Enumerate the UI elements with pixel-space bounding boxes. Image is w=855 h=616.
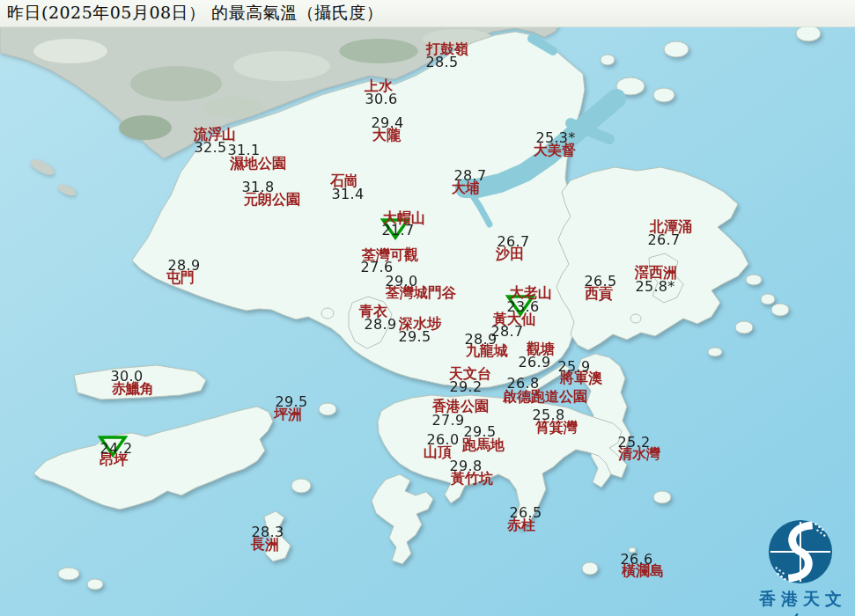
station-value-hong-kong-park: 27.9 [432, 414, 465, 428]
page-title: 昨日(2025年05月08日） 的最高氣溫（攝氏度） [7, 2, 383, 25]
station-value-peng-chau: 29.5 [276, 395, 308, 409]
station-value-sham-shui-po: 29.5 [399, 330, 431, 344]
station-value-kai-tak-runway-park: 26.8 [507, 377, 540, 391]
station-value-ngong-ping: 24.2 [100, 442, 133, 456]
station-value-tuen-mun: 28.9 [168, 259, 201, 273]
station-name-wetland-park: 濕地公園 [230, 157, 286, 171]
station-value-chek-lap-kok: 30.0 [111, 370, 144, 384]
station-value-yuen-long-park: 31.8 [242, 180, 275, 194]
station-value-clear-water-bay: 25.2 [618, 436, 651, 450]
title-bar: 昨日(2025年05月08日） 的最高氣溫（攝氏度） [0, 0, 855, 27]
station-value-the-observatory: 29.2 [450, 380, 483, 394]
station-value-stanley: 26.5 [510, 506, 542, 520]
hko-logo-name-zh: 香港天文台 [745, 588, 855, 616]
station-value-shau-kei-wan: 25.8 [533, 408, 565, 422]
station-value-tsing-yi: 28.9 [365, 318, 397, 332]
station-value-kowloon-city: 28.9 [465, 333, 498, 347]
station-value-tai-mei-tuk: 25.3* [535, 131, 575, 145]
station-value-shek-kong: 31.4 [332, 187, 365, 202]
station-value-happy-valley: 29.5 [464, 425, 497, 439]
station-value-pak-tam-chung: 26.7 [648, 233, 681, 247]
hko-max-temperature-map: 昨日(2025年05月08日） 的最高氣溫（攝氏度） [0, 0, 855, 616]
station-value-wetland-park: 31.1 [228, 143, 261, 158]
station-value-wong-chuk-hang: 29.8 [450, 459, 483, 473]
station-value-the-peak: 26.0 [427, 433, 460, 447]
station-value-ta-kwu-ling: 28.5 [426, 55, 459, 70]
station-value-tai-po: 28.7 [454, 169, 487, 183]
station-value-ta-lung: 29.4 [372, 116, 404, 130]
station-value-tseung-kwan-o: 25.9 [558, 360, 591, 374]
station-value-waglan-island: 26.6 [621, 553, 653, 567]
station-value-tai-mo-shan: 21.7 [382, 224, 415, 238]
station-value-sheung-shui: 30.6 [365, 92, 398, 106]
station-name-happy-valley: 跑馬地 [462, 438, 505, 452]
station-value-sha-tin: 26.7 [498, 235, 530, 249]
station-value-tsuen-wan-shing-mun-valley: 29.0 [386, 275, 418, 289]
hko-logo: 香港天文台 HONG KONG OBSERVATORY [745, 517, 855, 616]
hko-logo-icon [766, 517, 835, 586]
station-value-lau-fau-shan: 32.5 [195, 141, 227, 155]
station-name-kai-tak-runway-park: 啟德跑道公園 [503, 390, 587, 404]
station-value-kwun-tong: 26.9 [519, 356, 551, 370]
station-value-sai-kung: 26.5 [585, 275, 617, 289]
station-value-kau-sai-chau: 25.8* [635, 280, 674, 294]
station-value-cheung-chau: 28.3 [252, 525, 284, 539]
stations-layer: 打鼓嶺28.5上水30.6大隴29.4流浮山32.5濕地公園31.1元朗公園31… [0, 0, 855, 616]
